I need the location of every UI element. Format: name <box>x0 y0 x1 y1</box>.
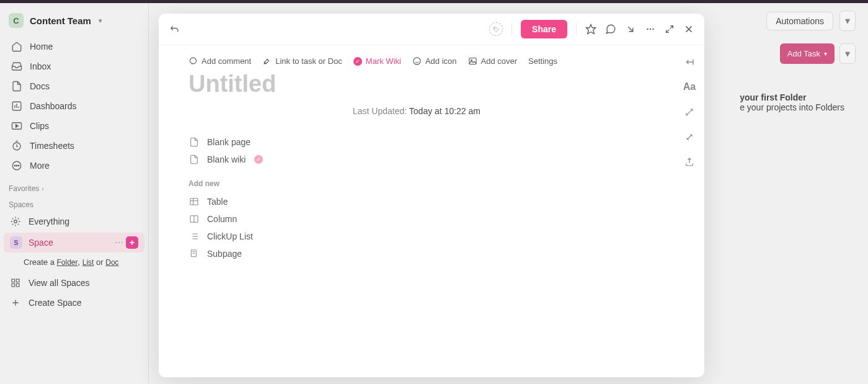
column-icon <box>188 214 200 224</box>
emoji-icon <box>412 56 422 66</box>
comment-icon <box>188 56 198 66</box>
magic-icon[interactable] <box>684 132 694 142</box>
last-updated: Last Updated: Today at 10:22 am <box>188 106 645 116</box>
comment-icon[interactable] <box>605 24 616 35</box>
template-blank-page[interactable]: Blank page <box>188 133 645 151</box>
template-blank-wiki[interactable]: Blank wiki ✓ <box>188 151 645 168</box>
modal-rail: Aa <box>675 45 704 377</box>
close-icon[interactable] <box>683 24 694 35</box>
doc-title-input[interactable]: Untitled <box>188 71 645 97</box>
svg-point-12 <box>494 28 495 29</box>
table-icon <box>188 197 200 207</box>
svg-rect-21 <box>190 199 198 205</box>
add-subpage[interactable]: Subpage <box>188 245 645 262</box>
add-table[interactable]: Table <box>188 193 645 210</box>
export-icon[interactable] <box>684 157 694 167</box>
text-style-icon[interactable]: Aa <box>683 81 696 92</box>
add-icon-action[interactable]: Add icon <box>412 56 457 66</box>
svg-point-14 <box>647 29 648 30</box>
divider <box>576 23 577 35</box>
expand-icon[interactable] <box>665 24 675 34</box>
divider <box>512 23 512 35</box>
add-column[interactable]: Column <box>188 210 645 228</box>
share-button[interactable]: Share <box>521 20 567 38</box>
tag-button[interactable] <box>489 22 503 36</box>
add-comment-action[interactable]: Add comment <box>188 56 251 66</box>
doc-modal: Share Add comment Link to task or Doc <box>159 14 704 377</box>
page-icon <box>188 137 200 147</box>
mark-wiki-action[interactable]: ✓ Mark Wiki <box>353 56 401 66</box>
ai-icon[interactable] <box>684 107 694 117</box>
modal-header: Share <box>159 14 704 45</box>
link-icon <box>262 56 272 66</box>
page-icon <box>188 154 200 164</box>
more-icon[interactable] <box>645 24 656 35</box>
download-icon[interactable] <box>625 24 636 35</box>
link-task-action[interactable]: Link to task or Doc <box>262 56 342 66</box>
svg-point-15 <box>650 29 651 30</box>
svg-point-16 <box>652 29 653 30</box>
back-icon[interactable] <box>169 24 180 35</box>
wiki-check-icon: ✓ <box>254 155 263 164</box>
add-clickup-list[interactable]: ClickUp List <box>188 228 645 245</box>
svg-point-18 <box>414 58 420 65</box>
doc-action-row: Add comment Link to task or Doc ✓ Mark W… <box>188 56 645 66</box>
settings-action[interactable]: Settings <box>528 56 557 66</box>
add-cover-action[interactable]: Add cover <box>468 56 518 66</box>
modal-content: Add comment Link to task or Doc ✓ Mark W… <box>159 45 675 377</box>
add-new-label: Add new <box>188 179 645 188</box>
star-icon[interactable] <box>585 24 596 35</box>
svg-point-17 <box>190 58 197 64</box>
svg-rect-19 <box>469 58 476 65</box>
svg-marker-13 <box>587 25 596 34</box>
image-icon <box>468 56 477 66</box>
indent-icon[interactable] <box>684 58 695 66</box>
list-icon <box>188 231 200 241</box>
wiki-badge-icon: ✓ <box>353 57 362 66</box>
subpage-icon <box>188 249 200 259</box>
